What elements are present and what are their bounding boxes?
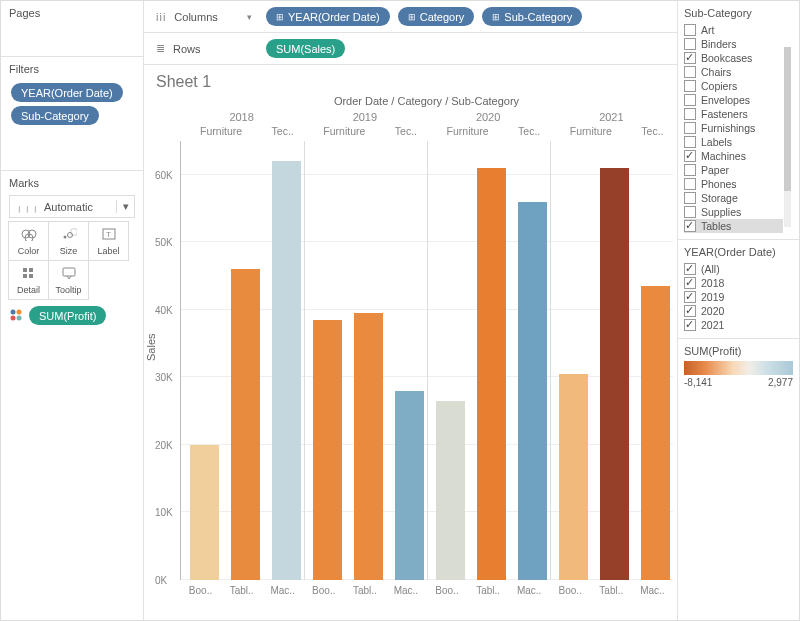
chevron-down-icon[interactable]: ▾	[247, 12, 258, 22]
filter-item[interactable]: Copiers	[684, 79, 783, 93]
scrollbar-thumb[interactable]	[784, 47, 791, 191]
chevron-down-icon[interactable]: ▾	[116, 200, 134, 213]
checkbox-icon[interactable]	[684, 66, 696, 78]
filter-item-label: 2021	[701, 319, 724, 331]
x-label: Mac..	[509, 585, 550, 596]
filter-item[interactable]: Fasteners	[684, 107, 783, 121]
plus-icon: ⊞	[408, 12, 416, 22]
bar-2020-machines[interactable]	[518, 202, 547, 580]
svg-rect-9	[29, 268, 33, 272]
checkbox-icon[interactable]	[684, 108, 696, 120]
column-pill[interactable]: ⊞Sub-Category	[482, 7, 582, 26]
bar-2019-bookcases[interactable]	[313, 320, 342, 580]
filter-item-label: Phones	[701, 178, 737, 190]
svg-rect-10	[23, 274, 27, 278]
checkbox-icon[interactable]	[684, 263, 696, 275]
marks-color-button[interactable]: Color	[8, 221, 49, 261]
bar-2018-tables[interactable]	[231, 269, 260, 580]
marks-profit-pill[interactable]: SUM(Profit)	[29, 306, 106, 325]
plus-icon: ⊞	[276, 12, 284, 22]
checkbox-icon[interactable]	[684, 150, 696, 162]
filter-item[interactable]: Phones	[684, 177, 783, 191]
checkbox-icon[interactable]	[684, 220, 696, 232]
filter-pill[interactable]: Sub-Category	[11, 106, 99, 125]
checkbox-icon[interactable]	[684, 94, 696, 106]
bar-2021-bookcases[interactable]	[559, 374, 588, 580]
filter-item[interactable]: Furnishings	[684, 121, 783, 135]
bar-2021-tables[interactable]	[600, 168, 629, 580]
plus-icon: ⊞	[492, 12, 500, 22]
x-label: Tabl..	[221, 585, 262, 596]
y-tick: 60K	[155, 169, 173, 180]
checkbox-icon[interactable]	[684, 178, 696, 190]
filter-item[interactable]: 2019	[684, 290, 793, 304]
checkbox-icon[interactable]	[684, 80, 696, 92]
filter-item-label: Tables	[701, 220, 731, 232]
filter-item[interactable]: 2018	[684, 276, 793, 290]
bar-2020-bookcases[interactable]	[436, 401, 465, 580]
marks-size-button[interactable]: Size	[48, 221, 89, 261]
checkbox-icon[interactable]	[684, 52, 696, 64]
bar-2019-machines[interactable]	[395, 391, 424, 580]
color-gradient-bar[interactable]	[684, 361, 793, 375]
filter-item[interactable]: Art	[684, 23, 783, 37]
checkbox-icon[interactable]	[684, 305, 696, 317]
checkbox-icon[interactable]	[684, 164, 696, 176]
checkbox-icon[interactable]	[684, 24, 696, 36]
column-pill[interactable]: ⊞YEAR(Order Date)	[266, 7, 390, 26]
checkbox-icon[interactable]	[684, 206, 696, 218]
filter-item[interactable]: 2020	[684, 304, 793, 318]
bar-2021-machines[interactable]	[641, 286, 670, 580]
checkbox-icon[interactable]	[684, 277, 696, 289]
marks-type-dropdown[interactable]: ╷╷╷Automatic ▾	[9, 195, 135, 218]
rows-shelf[interactable]: ≣ Rows SUM(Sales)	[144, 33, 677, 65]
checkbox-icon[interactable]	[684, 38, 696, 50]
year-label: 2019	[303, 111, 426, 123]
filter-item[interactable]: (All)	[684, 262, 793, 276]
marks-label-button[interactable]: TLabel	[88, 221, 129, 261]
bar-2020-tables[interactable]	[477, 168, 506, 580]
marks-detail-button[interactable]: Detail	[8, 260, 49, 300]
center-column: iii Columns ▾ ⊞YEAR(Order Date)⊞Category…	[144, 1, 677, 620]
column-pill[interactable]: ⊞Category	[398, 7, 475, 26]
checkbox-icon[interactable]	[684, 192, 696, 204]
row-pill[interactable]: SUM(Sales)	[266, 39, 345, 58]
filter-pill[interactable]: YEAR(Order Date)	[11, 83, 123, 102]
bar-2018-machines[interactable]	[272, 161, 301, 580]
filter-item-label: Copiers	[701, 80, 737, 92]
scrollbar[interactable]	[784, 47, 791, 227]
filter-item[interactable]: Envelopes	[684, 93, 783, 107]
size-icon	[61, 227, 77, 243]
filter-item[interactable]: Tables	[684, 219, 783, 233]
filter-item[interactable]: Bookcases	[684, 51, 783, 65]
marks-tooltip-button[interactable]: Tooltip	[48, 260, 89, 300]
filters-shelf[interactable]: Filters YEAR(Order Date)Sub-Category	[1, 57, 143, 171]
filter-item[interactable]: Chairs	[684, 65, 783, 79]
color-legend-card: SUM(Profit) -8,141 2,977	[678, 339, 799, 394]
filter-item[interactable]: 2021	[684, 318, 793, 332]
checkbox-icon[interactable]	[684, 319, 696, 331]
checkbox-icon[interactable]	[684, 122, 696, 134]
category-label: Tec..	[385, 125, 426, 137]
x-label: Boo..	[303, 585, 344, 596]
filter-item[interactable]: Paper	[684, 163, 783, 177]
checkbox-icon[interactable]	[684, 291, 696, 303]
pages-shelf[interactable]: Pages	[1, 1, 143, 57]
filter-item[interactable]: Binders	[684, 37, 783, 51]
checkbox-icon[interactable]	[684, 136, 696, 148]
category-label: Tec..	[509, 125, 550, 137]
subcategory-filter-title: Sub-Category	[684, 7, 793, 19]
filter-item[interactable]: Machines	[684, 149, 783, 163]
color-dots-icon	[9, 308, 23, 324]
left-sidebar: Pages Filters YEAR(Order Date)Sub-Catego…	[1, 1, 144, 620]
bar-2018-bookcases[interactable]	[190, 445, 219, 580]
bar-2019-tables[interactable]	[354, 313, 383, 580]
rows-icon: ≣	[156, 42, 165, 55]
filter-item[interactable]: Supplies	[684, 205, 783, 219]
columns-label: Columns	[174, 11, 217, 23]
filter-item[interactable]: Labels	[684, 135, 783, 149]
filter-item-label: Envelopes	[701, 94, 750, 106]
filter-item[interactable]: Storage	[684, 191, 783, 205]
columns-shelf[interactable]: iii Columns ▾ ⊞YEAR(Order Date)⊞Category…	[144, 1, 677, 33]
columns-icon: iii	[156, 11, 166, 23]
